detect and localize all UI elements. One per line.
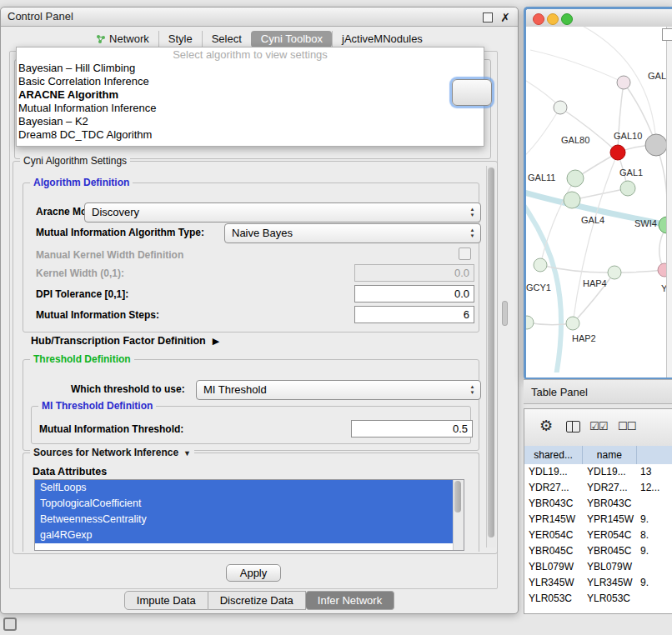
table-row[interactable]: YBR043CYBR043C <box>524 496 672 512</box>
network-node[interactable] <box>554 101 567 114</box>
network-node[interactable] <box>567 170 584 187</box>
column-header-extra[interactable] <box>637 446 672 464</box>
table-cell: 9. <box>636 512 672 528</box>
which-threshold-select[interactable]: MI Threshold ▲▼ <box>196 380 481 400</box>
table-row[interactable]: YBR045CYBR045C9. <box>524 543 672 559</box>
minimize-traffic-light[interactable] <box>547 13 559 25</box>
listbox-scrollbar[interactable] <box>453 480 464 550</box>
tab-cyni-toolbox[interactable]: Cyni Toolbox <box>251 31 332 48</box>
network-node[interactable] <box>645 134 667 156</box>
hub-definition-label: Hub/Transcription Factor Definition <box>31 335 206 347</box>
deselect-all-checkboxes-icon[interactable]: ☐☐ <box>618 420 635 432</box>
tab-select[interactable]: Select <box>202 31 251 48</box>
table-row[interactable]: YDL19...YDL19...13 <box>524 464 672 480</box>
selected-value: Naive Bayes <box>232 227 293 239</box>
algorithm-option[interactable]: Basic Correlation Inference <box>17 75 484 88</box>
table-row[interactable]: YBL079WYBL079W <box>524 559 672 575</box>
tab-infer-network[interactable]: Infer Network <box>306 591 394 610</box>
table-cell: YLR345W <box>583 575 636 591</box>
table-row[interactable]: YLR345WYLR345W9. <box>524 575 672 591</box>
attribute-list-item[interactable]: BetweennessCentrality <box>35 512 454 528</box>
kernel-width-field[interactable]: 0.0 <box>354 264 474 282</box>
attribute-list-item[interactable]: gal4RGexp <box>35 528 454 543</box>
network-node[interactable] <box>610 145 625 160</box>
tab-discretize-data[interactable]: Discretize Data <box>208 591 306 610</box>
table-cell: 9. <box>636 575 672 591</box>
close-icon[interactable]: ✗ <box>500 8 510 27</box>
birdseye-toggle-button[interactable] <box>662 28 672 41</box>
algorithm-option[interactable]: Mutual Information Inference <box>17 102 484 115</box>
network-node[interactable] <box>564 192 580 208</box>
panel-resize-handle[interactable] <box>502 301 508 326</box>
threshold-definition-title: Threshold Definition <box>30 353 134 365</box>
network-svg[interactable]: GAL7GAL80GAL10GAL11GAL1SWI4GAL4GCY1HAP4Y… <box>526 27 672 372</box>
sources-group-title[interactable]: Sources for Network Inference▼ <box>30 447 194 458</box>
manual-kernel-checkbox[interactable] <box>459 248 471 260</box>
close-traffic-light[interactable] <box>533 13 544 25</box>
control-panel-titlebar[interactable]: Control Panel ✗ <box>1 8 518 27</box>
tab-style[interactable]: Style <box>158 31 202 48</box>
network-node[interactable] <box>620 181 635 196</box>
network-node[interactable] <box>566 317 579 330</box>
attribute-list-item[interactable]: SelfLoops <box>35 480 454 496</box>
tab-impute-data[interactable]: Impute Data <box>124 591 208 610</box>
table-panel-header: Table Panel <box>524 379 672 404</box>
dpi-tolerance-field[interactable]: 0.0 <box>354 285 474 302</box>
apply-button[interactable]: Apply <box>226 564 281 582</box>
tab-network[interactable]: Network <box>87 31 158 48</box>
network-vertical-scrollbar[interactable] <box>666 27 672 378</box>
zoom-traffic-light[interactable] <box>561 13 573 25</box>
network-canvas[interactable]: GAL7GAL80GAL10GAL11GAL1SWI4GAL4GCY1HAP4Y… <box>526 27 672 378</box>
table-cell: YER054C <box>583 528 636 543</box>
selected-value: MI Threshold <box>203 383 267 396</box>
algorithm-option[interactable]: Bayesian – Hill Climbing <box>17 62 484 75</box>
node-label: GCY1 <box>526 282 551 292</box>
hub-definition-toggle[interactable]: Hub/Transcription Factor Definition▶ <box>31 335 219 347</box>
mi-threshold-field[interactable]: 0.5 <box>351 420 473 438</box>
window-title: Control Panel <box>8 8 73 26</box>
spinner-arrows-icon: ▲▼ <box>469 228 476 239</box>
collapsed-panel-icon[interactable] <box>3 618 17 631</box>
network-node[interactable] <box>534 258 547 272</box>
network-node[interactable] <box>617 76 630 89</box>
scrollbar-thumb[interactable] <box>488 168 494 538</box>
table-row[interactable]: YPR145WYPR145W9. <box>524 512 672 528</box>
table-row[interactable]: YER054CYER054C8. <box>524 528 672 543</box>
algorithm-option[interactable]: Dream8 DC_TDC Algorithm <box>17 128 484 142</box>
table-toolbar: ⚙ ☑☑ ☐☐ <box>524 409 672 447</box>
table-cell: YDL19... <box>583 464 636 480</box>
network-window-titlebar[interactable] <box>526 9 672 28</box>
algorithm-option[interactable]: Bayesian – K2 <box>17 115 484 128</box>
attributes-listbox[interactable]: SelfLoopsTopologicalCoefficientBetweenne… <box>34 479 464 551</box>
settings-scrollbar[interactable] <box>486 166 496 548</box>
attributes-list-items: SelfLoopsTopologicalCoefficientBetweenne… <box>35 480 454 543</box>
network-edge <box>526 108 560 158</box>
table-row[interactable]: YDR27...YDR27...12... <box>524 480 672 496</box>
algorithm-option[interactable]: ARACNE Algorithm <box>17 88 484 102</box>
column-header-name[interactable]: name <box>583 446 636 464</box>
table-row[interactable]: YLR053CYLR053C <box>524 591 672 607</box>
table-header-row: shared... name <box>524 446 672 465</box>
mi-threshold-group-title: MI Threshold Definition <box>38 400 156 412</box>
settings-group-title: Cyni Algorithm Settings <box>20 155 130 167</box>
table-cell: 8. <box>636 528 672 543</box>
network-edge <box>560 108 618 152</box>
attribute-list-item[interactable]: TopologicalCoefficient <box>35 496 454 512</box>
network-node[interactable] <box>608 266 621 279</box>
node-label: GAL11 <box>528 172 555 182</box>
tab-jactivemodules[interactable]: jActiveMNodules <box>332 31 432 48</box>
table-columns-icon[interactable] <box>566 421 580 432</box>
gear-icon[interactable]: ⚙ <box>539 417 553 435</box>
scrollbar-thumb[interactable] <box>454 481 461 512</box>
mi-steps-field[interactable]: 6 <box>354 306 474 323</box>
expanded-arrow-icon: ▼ <box>183 449 191 458</box>
table-cell: YLR053C <box>583 591 636 607</box>
network-node[interactable] <box>526 316 534 329</box>
float-window-icon[interactable] <box>483 12 493 22</box>
node-label: SWI4 <box>634 218 657 228</box>
algorithm-selector-button[interactable] <box>452 79 492 106</box>
select-all-checkboxes-icon[interactable]: ☑☑ <box>589 420 607 432</box>
aracne-mode-select[interactable]: Discovery ▲▼ <box>84 202 481 222</box>
column-header-shared-name[interactable]: shared... <box>524 446 583 464</box>
mi-algorithm-type-select[interactable]: Naive Bayes ▲▼ <box>224 223 481 243</box>
